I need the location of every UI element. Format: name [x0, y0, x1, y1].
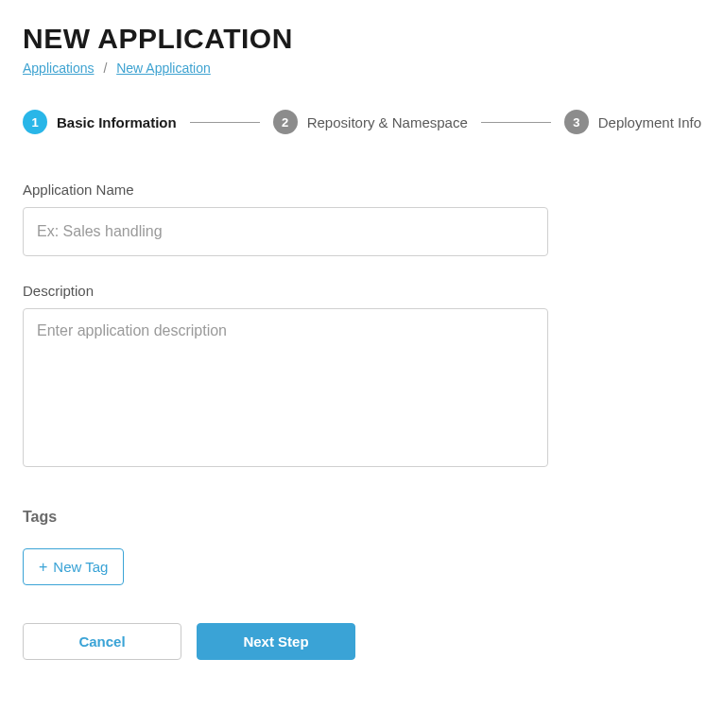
stepper: 1 Basic Information 2 Repository & Names…	[23, 110, 701, 134]
action-buttons: Cancel Next Step	[23, 623, 701, 660]
description-label: Description	[23, 283, 701, 299]
tags-heading: Tags	[23, 509, 701, 526]
app-name-input[interactable]	[23, 207, 548, 256]
form-group-app-name: Application Name	[23, 182, 701, 256]
app-name-label: Application Name	[23, 182, 701, 198]
step-label: Deployment Info	[598, 114, 701, 130]
step-number: 3	[564, 110, 589, 134]
breadcrumb-separator: /	[103, 61, 107, 76]
new-tag-button[interactable]: + New Tag	[23, 548, 124, 585]
page-title: NEW APPLICATION	[23, 23, 701, 55]
step-number: 1	[23, 110, 47, 134]
breadcrumb: Applications / New Application	[23, 61, 701, 76]
breadcrumb-link-applications[interactable]: Applications	[23, 61, 95, 76]
step-basic-information[interactable]: 1 Basic Information	[23, 110, 177, 134]
step-label: Basic Information	[57, 114, 177, 130]
next-step-button[interactable]: Next Step	[197, 623, 355, 660]
step-connector	[481, 122, 551, 123]
breadcrumb-link-new-application[interactable]: New Application	[116, 61, 211, 76]
new-tag-label: New Tag	[53, 559, 108, 575]
description-input[interactable]	[23, 308, 548, 467]
cancel-button[interactable]: Cancel	[23, 623, 181, 660]
form-group-description: Description	[23, 283, 701, 471]
step-deployment-info[interactable]: 3 Deployment Info	[564, 110, 701, 134]
step-number: 2	[273, 110, 298, 134]
plus-icon: +	[39, 560, 47, 575]
step-label: Repository & Namespace	[307, 114, 468, 130]
step-connector	[190, 122, 260, 123]
step-repository-namespace[interactable]: 2 Repository & Namespace	[273, 110, 468, 134]
